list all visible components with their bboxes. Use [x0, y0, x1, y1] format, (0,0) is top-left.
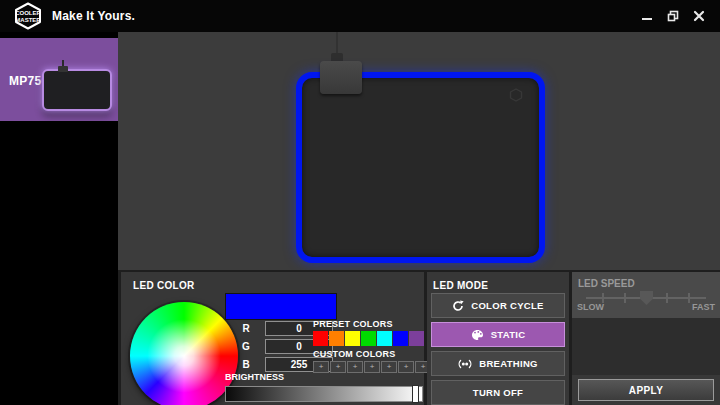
preset-swatch-green[interactable] — [361, 331, 376, 346]
speed-tick — [666, 293, 668, 303]
app-window: COOLER MASTER Make It Yours. MP750 — [0, 0, 720, 405]
control-dock: LED COLOR R G B PRESET COLORS — [118, 270, 720, 405]
led-speed-header: LED SPEED SLOW FAST — [572, 272, 720, 318]
preset-swatch-blue[interactable] — [393, 331, 408, 346]
speed-slider-handle[interactable] — [640, 291, 653, 305]
led-mode-title: LED MODE — [433, 280, 488, 291]
slow-label: SLOW — [577, 302, 604, 312]
minimize-button[interactable] — [636, 0, 658, 32]
led-color-title: LED COLOR — [133, 280, 195, 291]
preset-swatch-yellow[interactable] — [345, 331, 360, 346]
minimize-icon — [641, 10, 653, 22]
breathing-icon — [458, 358, 472, 370]
color-cycle-icon — [452, 300, 464, 312]
brightness-handle[interactable] — [412, 385, 419, 403]
led-speed-title: LED SPEED — [578, 278, 635, 289]
fast-label: FAST — [692, 302, 715, 312]
custom-slot-add[interactable]: + — [330, 361, 346, 373]
speed-tick — [688, 293, 690, 303]
close-button[interactable] — [688, 0, 710, 32]
mode-button-color-cycle[interactable]: COLOR CYCLE — [431, 293, 565, 318]
channel-label-g: G — [239, 341, 253, 352]
custom-slot-row: + + + + + + + — [313, 361, 431, 373]
preset-colors-label: PRESET COLORS — [313, 319, 393, 329]
tagline: Make It Yours. — [52, 9, 135, 23]
color-wheel[interactable] — [130, 302, 238, 405]
preset-swatch-red[interactable] — [313, 331, 328, 346]
svg-text:COOLER: COOLER — [15, 10, 41, 16]
apply-strip: APPLY — [572, 375, 720, 405]
custom-slot-add[interactable]: + — [313, 361, 329, 373]
mode-button-turn-off[interactable]: TURN OFF — [431, 380, 565, 405]
device-thumbnail — [42, 69, 112, 111]
titlebar: COOLER MASTER Make It Yours. — [0, 0, 720, 32]
custom-slot-add[interactable]: + — [381, 361, 397, 373]
restore-button[interactable] — [662, 0, 684, 32]
brightness-label: BRIGHTNESS — [225, 372, 284, 382]
cooler-master-logo-icon: COOLER MASTER — [13, 2, 43, 30]
channel-label-r: R — [239, 323, 253, 334]
svg-text:MASTER: MASTER — [15, 17, 41, 23]
pad-logo-icon — [509, 88, 523, 102]
mode-button-label: TURN OFF — [473, 387, 523, 398]
static-icon — [471, 329, 484, 341]
led-speed-slider[interactable] — [586, 297, 706, 299]
led-mode-panel: LED MODE COLOR CYCLE — [427, 272, 569, 405]
preset-swatch-row — [313, 331, 424, 346]
restore-icon — [667, 10, 679, 22]
custom-slot-add[interactable]: + — [398, 361, 414, 373]
preset-swatch-orange[interactable] — [329, 331, 344, 346]
device-preview-area — [118, 32, 720, 272]
mode-button-label: BREATHING — [479, 358, 537, 369]
sidebar: MP750 — [0, 32, 118, 405]
mode-button-label: STATIC — [491, 329, 526, 340]
custom-colors-label: CUSTOM COLORS — [313, 349, 395, 359]
speed-tick — [624, 293, 626, 303]
led-color-panel: LED COLOR R G B PRESET COLORS — [121, 272, 424, 405]
custom-slot-add[interactable]: + — [347, 361, 363, 373]
apply-button[interactable]: APPLY — [578, 379, 714, 401]
preset-swatch-cyan[interactable] — [377, 331, 392, 346]
mode-button-static[interactable]: STATIC — [431, 322, 565, 347]
close-icon — [693, 10, 705, 22]
channel-label-b: B — [239, 359, 253, 370]
mousepad-preview — [296, 72, 545, 263]
custom-slot-add[interactable]: + — [364, 361, 380, 373]
preset-swatch-purple[interactable] — [409, 331, 424, 346]
usb-plug-body — [320, 61, 362, 94]
brightness-slider[interactable] — [225, 386, 423, 402]
mode-button-label: COLOR CYCLE — [471, 300, 543, 311]
sidebar-item-mp750[interactable]: MP750 — [0, 38, 118, 121]
led-speed-panel: LED SPEED SLOW FAST APPLY — [572, 272, 720, 405]
color-preview — [225, 293, 337, 320]
mode-button-breathing[interactable]: BREATHING — [431, 351, 565, 376]
thumbnail-plug — [58, 66, 68, 72]
